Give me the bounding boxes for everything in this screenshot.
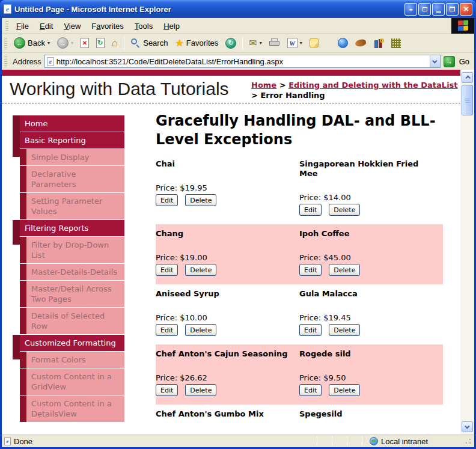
edit-button[interactable]: Edit (299, 324, 322, 336)
menu-view[interactable]: View (58, 20, 86, 32)
address-field[interactable]: e http://localhost:3521/Code/EditDeleteD… (44, 55, 441, 68)
sidebar-item-filter-by-drop-down-list[interactable]: Filter by Drop-Down List (20, 237, 124, 263)
sidebar-item-setting-parameter-values[interactable]: Setting Parameter Values (20, 193, 124, 219)
product-name: Chang (156, 229, 293, 239)
messenger-button[interactable] (388, 37, 404, 50)
delete-button[interactable]: Delete (185, 264, 216, 276)
toolbar-grip[interactable] (4, 37, 7, 50)
addressbar-grip[interactable] (4, 55, 7, 67)
toolbar-separator (124, 37, 124, 50)
sidebar-item-custom-content-in-a-detailsview[interactable]: Custom Content in a DetailsView (20, 396, 124, 422)
datalist-row: ChaiPrice: $19.95EditDeleteSingaporean H… (156, 154, 443, 224)
edit-button[interactable]: Edit (156, 194, 178, 206)
scroll-up-button[interactable] (462, 72, 473, 83)
status-separator (332, 436, 332, 446)
maximize-button[interactable] (446, 3, 459, 16)
product-price: Price: $45.00 (299, 253, 437, 263)
search-label: Search (143, 38, 168, 47)
research-button[interactable] (352, 38, 369, 48)
sidebar-item-master-details-details[interactable]: Master-Details-Details (20, 264, 124, 280)
search-icon (130, 38, 141, 48)
refresh-button[interactable]: ↻ (93, 36, 108, 50)
forward-dropdown-icon[interactable]: ▾ (71, 40, 73, 46)
address-bar: Address e http://localhost:3521/Code/Edi… (2, 53, 474, 70)
delete-button[interactable]: Delete (329, 204, 360, 216)
menu-edit[interactable]: Edit (34, 20, 58, 32)
scrollbar-thumb[interactable] (462, 85, 473, 115)
edit-button[interactable]: Edit (156, 264, 178, 276)
product-name: Singaporean Hokkien Fried Mee (299, 159, 437, 179)
home-button[interactable]: ⌂ (109, 36, 121, 50)
page-icon: e (47, 57, 54, 66)
stop-button[interactable]: ✕ (78, 36, 92, 50)
delete-button[interactable]: Delete (185, 324, 216, 336)
product-item-singaporean-hokkien-fried-mee: Singaporean Hokkien Fried MeePrice: $14.… (299, 159, 443, 216)
minimize-button[interactable] (432, 3, 445, 16)
sidebar-item-basic-reporting[interactable]: Basic Reporting (13, 132, 124, 148)
status-page-icon: e (4, 437, 11, 445)
delete-button[interactable]: Delete (329, 264, 360, 276)
sidebar-item-master-detail-across-two-pages[interactable]: Master/Detail Across Two Pages (20, 281, 124, 307)
edit-button[interactable]: Edit (156, 324, 178, 336)
edit-button[interactable]: Edit (156, 384, 178, 396)
sidebar-item-simple-display[interactable]: Simple Display (20, 149, 124, 165)
menu-help[interactable]: Help (158, 20, 185, 32)
edit-button[interactable]: Edit (299, 384, 322, 396)
msn-button[interactable] (335, 36, 351, 50)
breadcrumb-home-link[interactable]: Home (251, 81, 276, 90)
breadcrumb-separator: > (251, 91, 260, 100)
msn-sphere-icon (338, 38, 348, 48)
menu-favorites[interactable]: Favorites (86, 20, 129, 32)
sidebar-item-format-colors[interactable]: Format Colors (20, 352, 124, 368)
datalist-row: Aniseed SyrupPrice: $10.00EditDeleteGula… (156, 284, 443, 344)
mail-dropdown-icon[interactable]: ▾ (260, 40, 262, 46)
favorites-button[interactable]: ★ Favorites (172, 37, 221, 50)
back-dropdown-icon[interactable]: ▾ (47, 40, 50, 46)
sidebar-item-filtering-reports[interactable]: Filtering Reports (13, 220, 124, 236)
close-button[interactable]: ✕ (460, 3, 472, 16)
vertical-scrollbar[interactable] (460, 71, 474, 434)
reference-button[interactable] (370, 37, 387, 50)
delete-button[interactable]: Delete (185, 194, 216, 206)
title-bar[interactable]: e Untitled Page - Microsoft Internet Exp… (0, 0, 476, 18)
search-button[interactable]: Search (127, 36, 171, 50)
edit-with-word-button[interactable]: W ▾ (284, 36, 305, 50)
edit-button[interactable]: Edit (299, 264, 322, 276)
status-separator (362, 436, 362, 446)
breadcrumb-section-link[interactable]: Editing and Deleting with the DataList (288, 81, 457, 90)
product-price: Price: $26.62 (156, 373, 293, 383)
print-button[interactable] (266, 37, 283, 49)
menu-file[interactable]: File (11, 20, 34, 32)
status-text: Done (14, 437, 32, 446)
go-button[interactable]: → (444, 56, 455, 67)
sidebar-item-custom-content-in-a-gridview[interactable]: Custom Content in a GridView (20, 368, 124, 395)
delete-button[interactable]: Delete (329, 384, 360, 396)
zone-text: Local intranet (381, 437, 428, 446)
menubar-grip[interactable] (5, 20, 8, 31)
product-actions: EditDelete (299, 384, 437, 396)
back-button[interactable]: ← Back ▾ (11, 35, 53, 50)
delete-button[interactable]: Delete (185, 384, 216, 396)
sidebar-nav: HomeBasic ReportingSimple DisplayDeclara… (13, 115, 124, 423)
sidebar-item-details-of-selected-row[interactable]: Details of Selected Row (20, 308, 124, 334)
history-button[interactable]: ↻ (222, 36, 239, 50)
menu-tools[interactable]: Tools (129, 20, 158, 32)
sidebar-item-declarative-parameters[interactable]: Declarative Parameters (20, 166, 124, 192)
address-dropdown-button[interactable] (430, 55, 440, 67)
sidebar-item-customized-formatting[interactable]: Customized Formatting (13, 335, 124, 351)
word-dropdown-icon[interactable]: ▾ (300, 40, 302, 46)
tile-arrows-button[interactable]: ◂▸ (404, 3, 417, 16)
address-url[interactable]: http://localhost:3521/Code/EditDeleteDat… (56, 57, 427, 66)
edit-button[interactable]: Edit (299, 204, 322, 216)
delete-button[interactable]: Delete (329, 324, 360, 336)
popout-button[interactable] (418, 3, 431, 16)
sidebar-item-home[interactable]: Home (13, 115, 124, 132)
resize-grip[interactable] (465, 438, 472, 445)
go-label: Go (459, 57, 469, 66)
product-price: Price: $19.45 (299, 313, 437, 323)
scroll-down-button[interactable] (462, 421, 473, 432)
product-item-aniseed-syrup: Aniseed SyrupPrice: $10.00EditDelete (156, 289, 299, 336)
mail-button[interactable]: ✉ ▾ (246, 37, 264, 50)
discuss-button[interactable] (307, 37, 322, 49)
forward-button[interactable]: → ▾ (54, 35, 76, 50)
